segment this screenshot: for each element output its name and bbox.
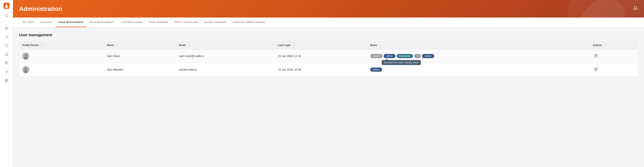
cell-roles: viewer admin maintainer n viewer Sourced… <box>367 50 590 63</box>
tab-plugin-versions[interactable]: PLUGIN VERSIONS <box>201 18 230 27</box>
edit-user-button[interactable] <box>593 67 599 73</box>
col-last-login: Last Login ⋮ <box>275 41 367 50</box>
col-handle-icon[interactable]: ⋮ <box>378 44 381 46</box>
nav-tabs: SETTINGS ACCOUNT USER MANAGEMENT ROLE MA… <box>13 18 644 28</box>
role-badge-admin: admin <box>384 54 396 58</box>
grid-icon[interactable] <box>3 77 10 84</box>
role-badge-viewer: viewer <box>370 54 382 58</box>
tab-custom-plugins[interactable]: CUSTOM PLUGINS <box>118 18 146 27</box>
table-header-row: Profile Picture ⋮ Name ⋮ <box>19 41 638 50</box>
cell-email: sam@roadie.io <box>176 63 275 76</box>
tab-user-management[interactable]: USER MANAGEMENT <box>56 18 86 27</box>
avatar <box>22 66 30 73</box>
section-title: User management <box>19 33 638 37</box>
col-roles: Roles ⋮ <box>367 41 590 50</box>
cell-actions <box>590 50 638 63</box>
col-handle-icon[interactable]: ⋮ <box>115 44 118 46</box>
tab-role-management[interactable]: ROLE MANAGEMENT <box>86 18 118 27</box>
cell-profile-picture <box>19 63 104 76</box>
svg-rect-18 <box>7 81 8 82</box>
role-badge-maintainer: maintainer <box>396 54 413 58</box>
col-handle-icon[interactable]: ⋮ <box>292 44 294 46</box>
svg-point-21 <box>24 54 27 56</box>
cell-email: sam.nixon@roadie.io <box>176 50 275 63</box>
role-badge-admin: admin <box>370 68 382 72</box>
cell-last-login: 21 Jun 2024, 10:58 <box>275 63 367 76</box>
svg-rect-17 <box>7 79 8 80</box>
main-content: Administration SETTINGS ACCOUNT USER MAN… <box>13 0 644 167</box>
svg-point-22 <box>24 56 28 60</box>
svg-line-3 <box>7 16 8 17</box>
col-profile-picture: Profile Picture ⋮ <box>19 41 104 50</box>
book-icon[interactable] <box>3 50 10 58</box>
lines-icon[interactable] <box>3 68 10 75</box>
tab-settings[interactable]: SETTINGS <box>19 18 38 27</box>
col-email: Email ⋮ <box>176 41 275 50</box>
cell-name: Sam Blausten <box>104 63 176 76</box>
svg-point-11 <box>5 62 8 64</box>
col-handle-icon[interactable]: ⋮ <box>40 44 43 46</box>
notification-bell-icon[interactable] <box>633 6 638 12</box>
puzzle-icon[interactable] <box>3 42 10 49</box>
col-actions: Actions <box>590 41 638 50</box>
page-header: Administration <box>13 0 644 18</box>
svg-marker-12 <box>6 62 7 64</box>
tab-page-sandbox[interactable]: PAGE SANDBOX <box>146 18 171 27</box>
svg-point-24 <box>24 68 27 70</box>
content-area: User management Profile Picture ⋮ N <box>13 28 644 167</box>
svg-rect-19 <box>5 81 6 82</box>
tab-catalog-completeness[interactable]: CATALOG COMPLETENESS <box>230 18 268 27</box>
tab-account[interactable]: ACCOUNT <box>38 18 56 27</box>
user-table-container: Profile Picture ⋮ Name ⋮ <box>19 41 638 76</box>
user-table: Profile Picture ⋮ Name ⋮ <box>19 41 638 76</box>
roles-container: admin <box>370 68 587 72</box>
home-icon[interactable] <box>3 24 10 32</box>
table-row: Sam Blausten sam@roadie.io 21 Jun 2024, … <box>19 63 638 76</box>
cell-roles: admin <box>367 63 590 76</box>
avatar <box>22 52 30 60</box>
col-handle-icon[interactable]: ⋮ <box>187 44 190 46</box>
role-badge-n: n <box>414 54 421 58</box>
svg-point-25 <box>24 70 28 73</box>
edit-user-button[interactable] <box>593 53 599 59</box>
list-icon[interactable] <box>3 33 10 40</box>
table-row: Sam Nixon sam.nixon@roadie.io 21 Jun 202… <box>19 50 638 63</box>
col-name: Name ⋮ <box>104 41 176 50</box>
page-title: Administration <box>19 5 62 12</box>
role-badge-viewer2: viewer <box>422 54 434 58</box>
app-logo[interactable] <box>3 2 10 9</box>
svg-point-2 <box>5 14 8 17</box>
svg-rect-16 <box>5 79 6 80</box>
tab-entity-locations[interactable]: ENTITY LOCATIONS <box>171 18 201 27</box>
cell-last-login: 21 Jun 2024, 11:16 <box>275 50 367 63</box>
search-icon[interactable] <box>3 12 10 20</box>
compass-icon[interactable] <box>3 59 10 66</box>
cell-actions <box>590 63 638 76</box>
sidebar <box>0 0 13 167</box>
roles-container: viewer admin maintainer n viewer Sourced… <box>370 54 587 58</box>
cell-name: Sam Nixon <box>104 50 176 63</box>
cell-profile-picture <box>19 50 104 63</box>
